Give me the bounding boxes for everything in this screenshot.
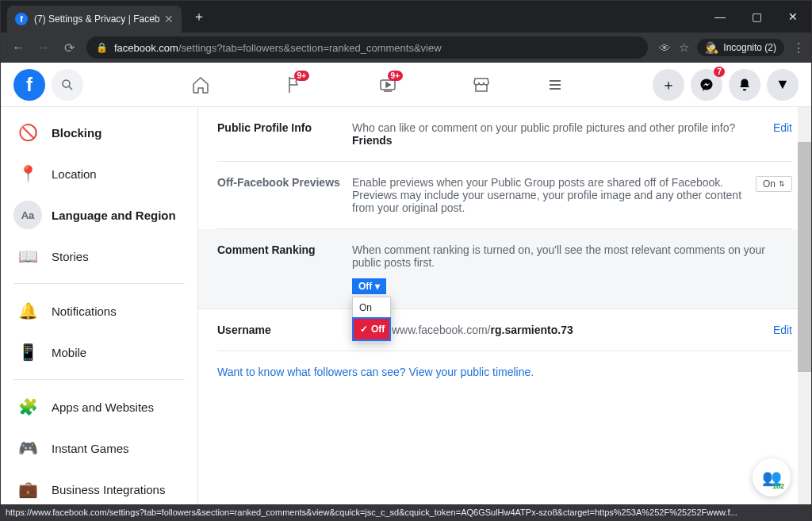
status-url: https://www.facebook.com/settings?tab=fo…: [6, 508, 737, 517]
forward-button: →: [33, 36, 55, 59]
lock-icon: 🔒: [96, 42, 108, 53]
account-button[interactable]: ▼: [767, 69, 799, 101]
on-toggle-button[interactable]: On ⇅: [756, 176, 792, 192]
edit-link[interactable]: Edit: [773, 121, 792, 147]
sidebar-item-stories[interactable]: 📖Stories: [1, 236, 197, 277]
scrollbar-thumb[interactable]: [798, 142, 811, 372]
language-icon: Aa: [13, 201, 42, 229]
maximize-button[interactable]: ▢: [738, 1, 775, 33]
contacts-count: 182: [772, 482, 784, 490]
sidebar-item-business[interactable]: 💼Business Integrations: [1, 469, 197, 506]
settings-main: Public Profile Info Who can like or comm…: [198, 107, 811, 506]
settings-sidebar: 🚫Blocking 📍Location AaLanguage and Regio…: [1, 107, 198, 506]
sidebar-item-mobile[interactable]: 📱Mobile: [1, 331, 197, 373]
business-icon: 💼: [13, 475, 42, 504]
incognito-label: Incognito (2): [723, 42, 776, 53]
setting-off-facebook: Off-Facebook Previews Enable previews wh…: [217, 162, 792, 229]
scrollbar[interactable]: [798, 107, 811, 504]
bookmark-icon[interactable]: ☆: [679, 40, 689, 55]
browser-tab[interactable]: (7) Settings & Privacy | Facebook ✕: [7, 6, 182, 33]
search-button[interactable]: [52, 69, 83, 101]
notifications-icon: 🔔: [13, 297, 42, 325]
marketplace-nav[interactable]: [438, 66, 525, 104]
new-tab-button[interactable]: ＋: [193, 9, 205, 25]
setting-comment-ranking: Comment Ranking When comment ranking is …: [198, 229, 811, 309]
blocking-icon: 🚫: [13, 118, 42, 147]
sidebar-item-apps[interactable]: 🧩Apps and Websites: [1, 386, 197, 427]
pages-nav[interactable]: 9+: [251, 66, 338, 104]
view-public-timeline-link[interactable]: Want to know what followers can see? Vie…: [217, 351, 792, 393]
url-host: facebook.com: [114, 42, 178, 54]
svg-line-1: [69, 86, 72, 90]
home-nav[interactable]: [157, 66, 244, 104]
comment-ranking-dropdown[interactable]: Off ▾: [352, 278, 386, 294]
messenger-badge: 7: [714, 67, 725, 77]
location-icon: 📍: [13, 159, 42, 188]
contacts-floating-button[interactable]: 👥182: [753, 458, 791, 496]
setting-username: Username www.facebook.com/rg.sarmiento.7…: [217, 309, 792, 351]
sidebar-item-blocking[interactable]: 🚫Blocking: [1, 112, 197, 153]
tab-title: (7) Settings & Privacy | Facebook: [34, 13, 159, 25]
apps-icon: 🧩: [13, 393, 42, 421]
setting-desc: Who can like or comment on your public p…: [352, 121, 773, 147]
watch-nav[interactable]: 9+: [344, 66, 431, 104]
status-bar: https://www.facebook.com/settings?tab=fo…: [1, 504, 811, 520]
close-tab-icon[interactable]: ✕: [164, 13, 174, 25]
incognito-chip[interactable]: 🕵️ Incognito (2): [697, 39, 784, 56]
sidebar-item-location[interactable]: 📍Location: [1, 153, 197, 194]
messenger-button[interactable]: 7: [691, 69, 722, 101]
back-button[interactable]: ←: [7, 36, 29, 59]
mobile-icon: 📱: [13, 338, 42, 366]
pages-badge: 9+: [294, 71, 309, 81]
setting-label: Comment Ranking: [217, 243, 352, 294]
watch-badge: 9+: [388, 71, 403, 81]
minimize-button[interactable]: —: [702, 1, 738, 33]
menu-nav[interactable]: [531, 66, 579, 104]
create-button[interactable]: ＋: [653, 69, 684, 101]
facebook-favicon: [15, 13, 28, 25]
notifications-button[interactable]: [729, 69, 760, 101]
chevron-down-icon: ▾: [375, 281, 380, 292]
facebook-logo[interactable]: f: [13, 69, 45, 101]
setting-label: Public Profile Info: [217, 121, 352, 147]
setting-desc: When comment ranking is turned on, you'l…: [352, 243, 792, 294]
stories-icon: 📖: [13, 242, 42, 270]
url-field[interactable]: 🔒 facebook.com/settings?tab=followers&se…: [86, 36, 648, 59]
setting-label: Off-Facebook Previews: [217, 176, 352, 214]
setting-desc: www.facebook.com/rg.sarmiento.73: [352, 324, 773, 336]
close-window-button[interactable]: ✕: [775, 1, 811, 33]
eye-off-icon[interactable]: 👁: [659, 41, 671, 55]
setting-desc: Enable previews when your Public Group p…: [352, 176, 756, 214]
edit-link[interactable]: Edit: [773, 324, 792, 336]
sidebar-item-instant-games[interactable]: 🎮Instant Games: [1, 427, 197, 469]
setting-public-profile: Public Profile Info Who can like or comm…: [217, 107, 792, 162]
check-icon: ✓: [360, 324, 368, 335]
sidebar-item-notifications[interactable]: 🔔Notifications: [1, 290, 197, 331]
dropdown-option-off[interactable]: ✓ Off: [352, 317, 391, 341]
dropdown-option-on[interactable]: On: [353, 297, 390, 318]
sidebar-item-language[interactable]: AaLanguage and Region: [1, 194, 197, 236]
svg-point-0: [63, 80, 70, 87]
url-path: /settings?tab=followers&section=ranked_c…: [178, 42, 442, 54]
incognito-icon: 🕵️: [705, 41, 718, 54]
reload-button[interactable]: ⟳: [58, 36, 80, 59]
games-icon: 🎮: [13, 434, 42, 462]
browser-menu-icon[interactable]: ⋮: [792, 40, 805, 56]
dropdown-menu: On ✓ Off: [352, 297, 391, 341]
setting-label: Username: [217, 324, 352, 336]
setting-action: On ⇅: [756, 176, 792, 214]
